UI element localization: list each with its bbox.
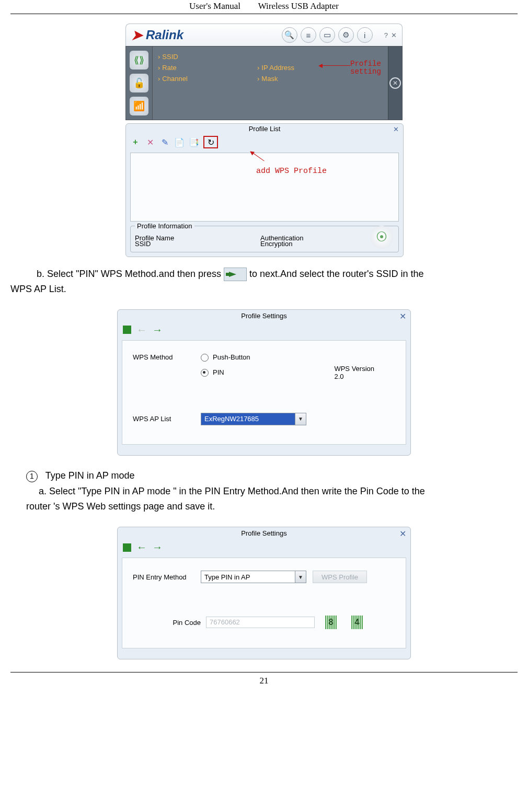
enc-label: Encryption [260,240,292,248]
chevron-down-icon[interactable]: ▼ [295,571,306,583]
ssid-label: SSID [135,240,260,248]
pin-digit-1: 8 [325,616,337,629]
page-header: User's Manual Wireless USB Adapter [10,1,518,14]
delete-icon[interactable]: ✕ [145,137,155,147]
pin-code-label: Pin Code [133,619,206,627]
page-icon[interactable]: ▭ [319,27,335,43]
step-a-wrap: router 's WPS Web settings page and save… [26,499,518,514]
ssid-field: ›SSID [158,53,236,61]
pin-entry-value: Type PIN in AP [201,573,295,581]
step-b-wrap: WPS AP List. [10,282,518,297]
profile-list-panel: Profile List ✕ + ✕ ✎ 📄 📑 ↻ add WPS Profi… [125,123,404,257]
wps-icon[interactable]: ↻ [203,136,218,148]
import-icon[interactable]: 📄 [174,137,185,147]
annotation-arrow-icon [322,65,350,66]
push-button-radio[interactable]: Push-Button [201,353,250,362]
profile-info-legend: Profile Information [135,222,194,230]
wps-version-value: 2.0 [334,373,374,380]
step-b-suffix: to next.And select the router's SSID in … [249,269,424,279]
help-icon[interactable]: ? [384,31,388,39]
mask-field: ›Mask [257,75,336,83]
settings2-title: Profile Settings [118,527,410,539]
back-arrow-icon[interactable]: ← [136,541,147,553]
stop-icon[interactable] [123,543,131,552]
add-icon[interactable]: + [130,137,141,147]
profile-list-area: add WPS Profile [130,153,399,222]
edit-icon[interactable]: ✎ [159,137,170,147]
wps-profile-button: WPS Profile [313,571,367,583]
profile-settings-panel-2: Profile Settings ✕ ← → PIN Entry Method … [117,527,411,659]
search-icon[interactable]: 🔍 [282,27,297,43]
pin-text: PIN [213,368,224,376]
wps-method-label: WPS Method [133,353,201,361]
brand-text: Ralink [146,28,183,42]
profile-info-box: Profile Information Profile Name Authent… [130,226,399,252]
panel-close-icon[interactable]: ✕ [393,125,399,133]
export-icon[interactable]: 📑 [189,137,199,147]
step-a-prefix: a. Select "Type PIN in AP mode " in the … [39,486,425,496]
annotation-profile-setting: Profile setting [350,60,381,76]
settings2-close-icon[interactable]: ✕ [399,529,406,539]
collapse-icon[interactable]: ✕ [389,77,401,89]
next-arrow-icon[interactable]: → [152,541,163,553]
next-arrow-icon [224,268,247,281]
step-b: b. Select "PIN" WPS Method.and then pres… [37,266,518,297]
step-sub-1: 1 Type PIN in AP mode [26,468,518,483]
annotation-add-wps: add WPS Profile [256,167,327,176]
wps-version-label: WPS Version [334,365,374,373]
pin-entry-label: PIN Entry Method [133,573,201,581]
ralink-logo: ➤ Ralink [131,28,183,42]
lock-icon[interactable]: 🔓 [130,74,148,92]
profile-list-title: Profile List [126,124,403,134]
info-icon[interactable]: i [357,27,373,43]
profile-settings-panel-1: Profile Settings ✕ ← → WPS Method Push-B… [117,309,411,456]
channel-field: ›Channel [158,75,236,83]
signal-off-icon[interactable]: 📶 [130,97,148,115]
gear-icon[interactable]: ⚙ [338,27,354,43]
wifi-status-icon: ⦿ [370,226,393,249]
back-arrow-icon[interactable]: ← [136,324,147,336]
step-b-prefix: b. Select "PIN" WPS Method.and then pres… [37,269,221,279]
step-a: a. Select "Type PIN in AP mode " in the … [39,484,518,499]
pin-entry-select[interactable]: Type PIN in AP ▼ [201,571,306,583]
rate-field: ›Rate [158,64,236,72]
list-icon[interactable]: ≡ [301,27,316,43]
settings1-title: Profile Settings [118,310,410,322]
ralink-window: ➤ Ralink 🔍 ≡ ▭ ⚙ i ? ✕ ⟪⟫ 🔓 📶 [125,24,403,257]
pin-digit-2: 4 [351,616,363,629]
header-left: User's Manual [189,1,240,11]
wps-ap-list-value: ExRegNW217685 [201,415,295,423]
circled-1: 1 [26,471,38,482]
chevron-down-icon[interactable]: ▼ [295,413,306,425]
antenna-icon[interactable]: ⟪⟫ [130,51,148,69]
pin-code-field: 76760662 [206,617,315,628]
push-button-text: Push-Button [213,353,250,361]
next-arrow-icon[interactable]: → [152,324,163,336]
page-number: 21 [260,676,269,686]
page-footer: 21 [10,672,518,686]
pin-radio[interactable]: PIN [201,368,224,377]
wps-ap-list-select[interactable]: ExRegNW217685 ▼ [201,413,306,425]
step-sub-text: Type PIN in AP mode [45,470,135,481]
close-icon[interactable]: ✕ [391,31,397,39]
stop-icon[interactable] [123,326,131,334]
settings1-close-icon[interactable]: ✕ [399,311,406,321]
wps-ap-list-label: WPS AP List [133,415,201,423]
header-right: Wireless USB Adapter [258,1,339,11]
